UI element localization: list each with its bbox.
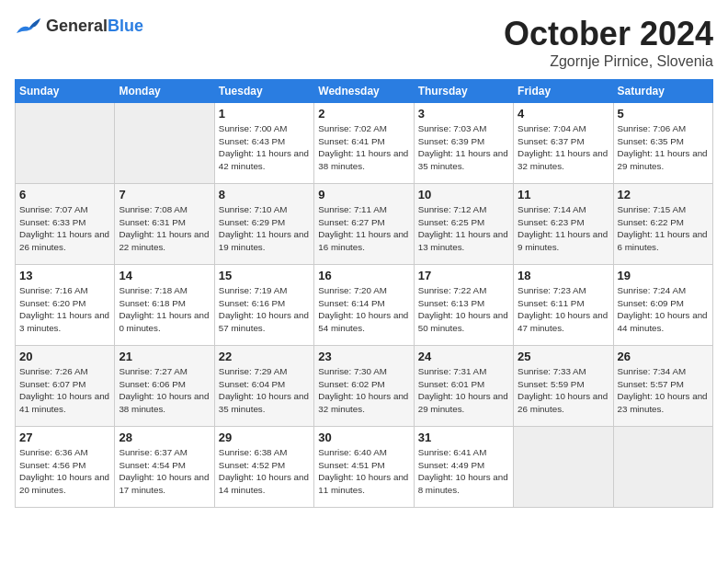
sunrise-text: Sunrise: 7:26 AM — [19, 366, 88, 376]
daylight-text: Daylight: 10 hours and 57 minutes. — [219, 310, 309, 333]
day-info: Sunrise: 6:36 AMSunset: 4:56 PMDaylight:… — [19, 446, 110, 497]
day-number: 24 — [418, 350, 509, 363]
daylight-text: Daylight: 10 hours and 14 minutes. — [219, 472, 309, 495]
daylight-text: Daylight: 10 hours and 47 minutes. — [518, 310, 608, 333]
day-number: 26 — [618, 350, 709, 363]
daylight-text: Daylight: 10 hours and 8 minutes. — [418, 472, 508, 495]
sunrise-text: Sunrise: 7:11 AM — [318, 204, 387, 214]
sunset-text: Sunset: 6:33 PM — [19, 217, 85, 227]
daylight-text: Daylight: 10 hours and 35 minutes. — [219, 391, 309, 414]
calendar-cell: 15Sunrise: 7:19 AMSunset: 6:16 PMDayligh… — [214, 265, 313, 346]
sunset-text: Sunset: 6:18 PM — [119, 298, 185, 308]
daylight-text: Daylight: 10 hours and 32 minutes. — [318, 391, 408, 414]
calendar-cell — [16, 103, 115, 184]
day-info: Sunrise: 7:22 AMSunset: 6:13 PMDaylight:… — [418, 284, 509, 335]
calendar-cell: 13Sunrise: 7:16 AMSunset: 6:20 PMDayligh… — [16, 265, 115, 346]
calendar-cell: 2Sunrise: 7:02 AMSunset: 6:41 PMDaylight… — [314, 103, 414, 184]
weekday-header-saturday: Saturday — [613, 80, 712, 103]
sunset-text: Sunset: 6:04 PM — [219, 379, 285, 389]
sunset-text: Sunset: 6:25 PM — [418, 217, 484, 227]
sunset-text: Sunset: 6:27 PM — [318, 217, 384, 227]
day-number: 7 — [119, 188, 210, 201]
calendar-cell: 3Sunrise: 7:03 AMSunset: 6:39 PMDaylight… — [414, 103, 513, 184]
calendar-cell: 27Sunrise: 6:36 AMSunset: 4:56 PMDayligh… — [16, 427, 115, 508]
day-number: 2 — [318, 107, 409, 121]
day-number: 31 — [418, 431, 509, 444]
calendar-cell: 18Sunrise: 7:23 AMSunset: 6:11 PMDayligh… — [514, 265, 613, 346]
sunrise-text: Sunrise: 7:12 AM — [418, 204, 487, 214]
day-number: 12 — [618, 188, 709, 201]
daylight-text: Daylight: 10 hours and 41 minutes. — [19, 391, 109, 414]
calendar-cell: 21Sunrise: 7:27 AMSunset: 6:06 PMDayligh… — [115, 346, 214, 427]
sunrise-text: Sunrise: 7:20 AM — [318, 285, 387, 295]
weekday-header-tuesday: Tuesday — [214, 80, 313, 103]
daylight-text: Daylight: 11 hours and 26 minutes. — [19, 229, 109, 252]
logo-blue: Blue — [108, 17, 143, 35]
sunrise-text: Sunrise: 7:33 AM — [518, 366, 586, 376]
day-number: 11 — [518, 188, 609, 201]
weekday-header-monday: Monday — [115, 80, 214, 103]
sunrise-text: Sunrise: 7:15 AM — [618, 204, 687, 214]
sunrise-text: Sunrise: 7:29 AM — [219, 366, 288, 376]
day-info: Sunrise: 7:16 AMSunset: 6:20 PMDaylight:… — [19, 284, 110, 335]
calendar-header: SundayMondayTuesdayWednesdayThursdayFrid… — [16, 80, 713, 103]
day-number: 17 — [418, 269, 509, 282]
daylight-text: Daylight: 11 hours and 6 minutes. — [618, 229, 708, 252]
day-info: Sunrise: 7:07 AMSunset: 6:33 PMDaylight:… — [19, 203, 110, 254]
daylight-text: Daylight: 10 hours and 50 minutes. — [418, 310, 508, 333]
daylight-text: Daylight: 10 hours and 26 minutes. — [518, 391, 608, 414]
calendar-cell: 24Sunrise: 7:31 AMSunset: 6:01 PMDayligh… — [414, 346, 513, 427]
daylight-text: Daylight: 11 hours and 16 minutes. — [318, 229, 408, 252]
sunset-text: Sunset: 5:59 PM — [518, 379, 584, 389]
day-number: 22 — [219, 350, 310, 363]
calendar-week-4: 20Sunrise: 7:26 AMSunset: 6:07 PMDayligh… — [16, 346, 713, 427]
sunrise-text: Sunrise: 7:19 AM — [219, 285, 288, 295]
calendar-cell: 17Sunrise: 7:22 AMSunset: 6:13 PMDayligh… — [414, 265, 513, 346]
day-info: Sunrise: 7:26 AMSunset: 6:07 PMDaylight:… — [19, 365, 110, 416]
sunrise-text: Sunrise: 6:38 AM — [219, 447, 288, 457]
calendar-week-1: 1Sunrise: 7:00 AMSunset: 6:43 PMDaylight… — [16, 103, 713, 184]
calendar-cell: 11Sunrise: 7:14 AMSunset: 6:23 PMDayligh… — [514, 184, 613, 265]
daylight-text: Daylight: 11 hours and 3 minutes. — [19, 310, 109, 333]
sunrise-text: Sunrise: 7:02 AM — [318, 123, 387, 133]
daylight-text: Daylight: 11 hours and 22 minutes. — [119, 229, 209, 252]
calendar-cell: 31Sunrise: 6:41 AMSunset: 4:49 PMDayligh… — [414, 427, 513, 508]
title-area: October 2024 Zgornje Pirnice, Slovenia — [504, 15, 713, 70]
daylight-text: Daylight: 10 hours and 11 minutes. — [318, 472, 408, 495]
sunset-text: Sunset: 6:07 PM — [19, 379, 85, 389]
day-info: Sunrise: 7:30 AMSunset: 6:02 PMDaylight:… — [318, 365, 409, 416]
calendar-cell: 29Sunrise: 6:38 AMSunset: 4:52 PMDayligh… — [214, 427, 313, 508]
calendar-cell: 22Sunrise: 7:29 AMSunset: 6:04 PMDayligh… — [214, 346, 313, 427]
day-info: Sunrise: 7:10 AMSunset: 6:29 PMDaylight:… — [219, 203, 310, 254]
month-title: October 2024 — [504, 15, 713, 53]
day-info: Sunrise: 6:40 AMSunset: 4:51 PMDaylight:… — [318, 446, 409, 497]
day-info: Sunrise: 7:20 AMSunset: 6:14 PMDaylight:… — [318, 284, 409, 335]
sunrise-text: Sunrise: 7:22 AM — [418, 285, 487, 295]
daylight-text: Daylight: 11 hours and 0 minutes. — [119, 310, 209, 333]
calendar-cell: 10Sunrise: 7:12 AMSunset: 6:25 PMDayligh… — [414, 184, 513, 265]
day-number: 4 — [518, 107, 609, 121]
daylight-text: Daylight: 10 hours and 17 minutes. — [119, 472, 209, 495]
sunrise-text: Sunrise: 7:23 AM — [518, 285, 586, 295]
daylight-text: Daylight: 11 hours and 29 minutes. — [618, 148, 708, 171]
day-info: Sunrise: 7:19 AMSunset: 6:16 PMDaylight:… — [219, 284, 310, 335]
day-info: Sunrise: 7:29 AMSunset: 6:04 PMDaylight:… — [219, 365, 310, 416]
calendar-cell: 4Sunrise: 7:04 AMSunset: 6:37 PMDaylight… — [514, 103, 613, 184]
sunset-text: Sunset: 6:35 PM — [618, 136, 684, 146]
calendar-cell: 6Sunrise: 7:07 AMSunset: 6:33 PMDaylight… — [16, 184, 115, 265]
sunrise-text: Sunrise: 6:40 AM — [318, 447, 387, 457]
sunset-text: Sunset: 6:37 PM — [518, 136, 584, 146]
sunset-text: Sunset: 6:31 PM — [119, 217, 185, 227]
sunrise-text: Sunrise: 7:34 AM — [618, 366, 687, 376]
sunset-text: Sunset: 6:43 PM — [219, 136, 285, 146]
sunrise-text: Sunrise: 7:06 AM — [618, 123, 687, 133]
daylight-text: Daylight: 11 hours and 42 minutes. — [219, 148, 309, 171]
day-number: 19 — [618, 269, 709, 282]
sunrise-text: Sunrise: 7:16 AM — [19, 285, 88, 295]
sunset-text: Sunset: 6:16 PM — [219, 298, 285, 308]
sunrise-text: Sunrise: 6:36 AM — [19, 447, 88, 457]
day-info: Sunrise: 7:03 AMSunset: 6:39 PMDaylight:… — [418, 122, 509, 173]
day-number: 23 — [318, 350, 409, 363]
day-info: Sunrise: 7:00 AMSunset: 6:43 PMDaylight:… — [219, 122, 310, 173]
day-number: 16 — [318, 269, 409, 282]
